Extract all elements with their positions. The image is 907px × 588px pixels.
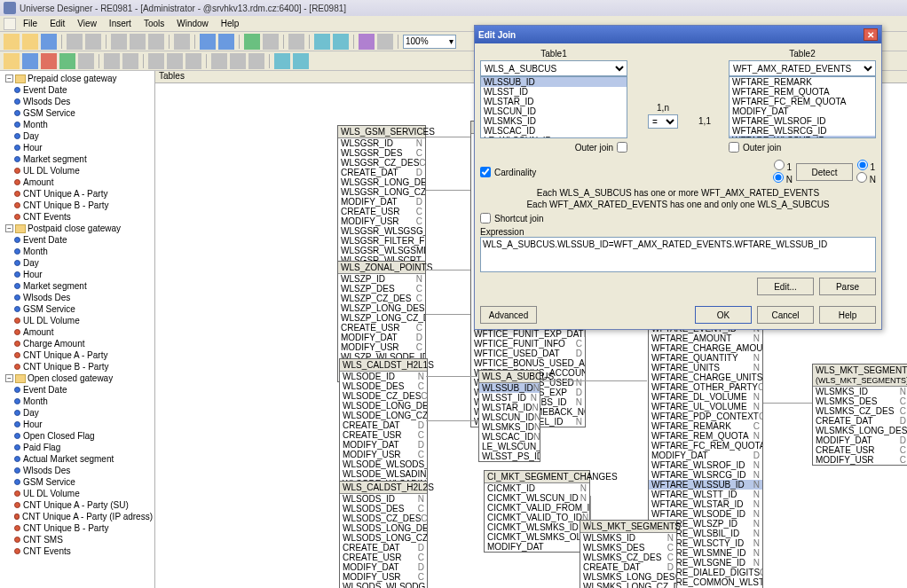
table-title[interactable]: WLS_MKT_SEGMENTS <box>580 521 676 533</box>
tree-item[interactable]: CNT Unique B - Party <box>2 200 153 211</box>
open-icon[interactable] <box>22 34 38 50</box>
table-column[interactable]: WLSODE_IDN <box>340 372 427 381</box>
expression-textarea[interactable]: WLS_A_SUBCUS.WLSSUB_ID=WFT_AMX_RATED_EVE… <box>480 237 876 272</box>
table-column[interactable]: WLSMKS_LONG_DESC <box>813 426 907 435</box>
insert-class-icon[interactable] <box>4 53 20 69</box>
table-column[interactable]: WFTARE_REM_QUOTAN <box>649 431 762 441</box>
table-column[interactable]: MODIFY_USRC <box>340 572 427 582</box>
tree-item[interactable]: CNT Unique A - Party <box>2 188 153 200</box>
table-column[interactable]: MODIFY_USRC <box>813 455 907 465</box>
table-column[interactable]: WLSMKS_CZ_DESC <box>813 406 907 416</box>
find-icon[interactable] <box>174 34 190 50</box>
collapse-icon[interactable]: − <box>5 374 13 382</box>
table-title[interactable]: WLS_ZONAL_POINTS <box>338 262 425 274</box>
listbox-item[interactable]: WLSCAC_ID <box>481 126 627 136</box>
tree-item[interactable]: Hour <box>2 419 153 430</box>
tree-item[interactable]: Market segment <box>2 280 153 292</box>
table-column[interactable]: WLSODE_WLSADIN_A1_IDN <box>340 469 427 479</box>
table-column[interactable]: CICMKT_WLSMKS_OLD_IDN <box>485 532 589 542</box>
detect-button[interactable]: Detect <box>796 163 853 181</box>
tree-item[interactable]: Charge Amount <box>2 338 153 349</box>
table-column[interactable]: WFTARE_CHARGE_UNITSN <box>649 372 762 382</box>
table-column[interactable]: CREATE_DATD <box>338 168 425 177</box>
table-column[interactable]: WLSGSR_WLSGSMP_IDN <box>338 246 425 255</box>
tree-item[interactable]: CNT Events <box>2 211 153 223</box>
cancel-button[interactable]: Cancel <box>757 306 814 324</box>
tree-item[interactable]: UL DL Volume <box>2 165 153 176</box>
table1-select[interactable]: WLS_A_SUBCUS <box>480 60 627 76</box>
wizard-icon[interactable] <box>263 34 279 50</box>
table-column[interactable]: WLSST_PS_IDN <box>479 451 540 461</box>
advanced-button[interactable]: Advanced <box>480 306 537 324</box>
grid-icon[interactable] <box>293 53 309 69</box>
tree-item[interactable]: Month <box>2 246 153 257</box>
table-column[interactable]: WLSZP_DESC <box>338 284 425 294</box>
cut-icon[interactable] <box>111 34 127 50</box>
table-column[interactable]: WLSMKS_LONG_DESC <box>580 572 676 582</box>
collapse-icon[interactable]: − <box>5 224 13 232</box>
table-column[interactable]: WLSODS_LONG_DESC <box>340 523 427 533</box>
table-column[interactable]: WLSODE_LONG_CZ_DESC <box>340 411 427 420</box>
collapse-icon[interactable]: − <box>5 74 13 82</box>
listbox-item[interactable]: WFTARE_WLSROF_ID <box>730 116 875 126</box>
layout-icon[interactable] <box>122 53 138 69</box>
schema-table-cimkt[interactable]: CI_MKT_SEGMENT_CHANGESCICMKT_IDNCICMKT_W… <box>484 470 590 553</box>
table-column[interactable]: CICMKT_VALID_FROM_IDN <box>485 503 589 513</box>
insert-measure-icon[interactable] <box>41 53 57 69</box>
undo-icon[interactable] <box>200 34 216 50</box>
tree-item[interactable]: CNT SMS <box>2 534 153 545</box>
table-column[interactable]: WFTICE_BONUS_USED_ALLN <box>471 358 585 368</box>
tree-item[interactable]: Event Date <box>2 384 153 396</box>
table-column[interactable]: CREATE_USRC <box>338 207 425 216</box>
listbox-item[interactable]: MODIFY_DAT <box>730 106 875 116</box>
table-title[interactable]: WLS_MKT_SEGMENTS_AL(WLS_MKT_SEGMENTS) <box>813 365 907 387</box>
table-column[interactable]: WLSODS_DESC <box>340 504 427 514</box>
table-column[interactable]: WLSCUN_IDN <box>479 412 540 422</box>
listbox-item[interactable]: WLSST_ID <box>481 87 627 97</box>
table-column[interactable]: MODIFY_USRC <box>338 216 425 226</box>
help-button[interactable]: Help <box>819 306 876 324</box>
table-column[interactable]: WLSODS_IDN <box>340 494 427 504</box>
tree-item[interactable]: Day <box>2 407 153 419</box>
listbox-item[interactable]: WFTARE_WLSSUB_ID <box>730 136 875 138</box>
table-column[interactable]: MODIFY_USRC <box>338 342 425 352</box>
derived-icon[interactable] <box>333 34 349 50</box>
detect-card-icon[interactable] <box>230 53 246 69</box>
tree-item[interactable]: CNT Unique B - Party <box>2 522 153 534</box>
tree-folder[interactable]: −Postpaid close gateway <box>2 223 153 234</box>
table-column[interactable]: WFTICE_FUNIT_INFOC <box>471 339 585 349</box>
run-icon[interactable] <box>244 34 260 50</box>
listbox-item[interactable]: WFTARE_REMARK <box>730 77 875 87</box>
table-column[interactable]: WFTARE_WLSTT_IDN <box>649 490 762 499</box>
card-left-n-radio[interactable] <box>773 172 784 183</box>
table1-columns[interactable]: WLSSUB_IDWLSST_IDWLSTAR_IDWLSCUN_IDWLSMK… <box>480 76 627 138</box>
table-column[interactable]: WLSODS_WLSODG_IDN <box>340 582 427 588</box>
options-icon[interactable] <box>377 34 393 50</box>
listbox-item[interactable]: WLSSUB_ID <box>481 77 627 87</box>
tree-item[interactable]: Market segment <box>2 153 153 165</box>
tree-item[interactable]: Wlsods Des <box>2 96 153 107</box>
table-column[interactable]: WLSODS_CZ_DESC <box>340 514 427 523</box>
tree-item[interactable]: Wlsods Des <box>2 465 153 476</box>
table-column[interactable]: WLSMKS_DESC <box>813 396 907 406</box>
table-column[interactable]: WLSGSR_LONG_DESC <box>338 177 425 187</box>
table-column[interactable]: WFTARE_FC_REM_QUOTAN <box>649 441 762 451</box>
tree-item[interactable]: CNT Unique A - Party (IP adress) <box>2 511 153 522</box>
save-icon[interactable] <box>41 34 57 50</box>
table-column[interactable]: WLSGSR_IDN <box>338 138 425 148</box>
paste-icon[interactable] <box>148 34 164 50</box>
tree-item[interactable]: Month <box>2 119 153 130</box>
menu-edit[interactable]: Edit <box>44 19 70 28</box>
preview-icon[interactable] <box>85 34 101 50</box>
table-column[interactable]: MODIFY_DATD <box>813 435 907 445</box>
table-title[interactable]: CI_MKT_SEGMENT_CHANGES <box>485 471 589 483</box>
tree-item[interactable]: Month <box>2 396 153 407</box>
join-operator-select[interactable]: = <box>648 114 678 129</box>
table-column[interactable]: CICMKT_VALID_TO_IDN <box>485 513 589 522</box>
copy-icon[interactable] <box>130 34 146 50</box>
arrange-icon[interactable] <box>104 53 120 69</box>
parse-button[interactable]: Parse <box>819 278 876 295</box>
tree-item[interactable]: UL DL Volume <box>2 488 153 499</box>
table-column[interactable]: WLSGSR_DESC <box>338 148 425 158</box>
menu-view[interactable]: View <box>72 19 102 28</box>
